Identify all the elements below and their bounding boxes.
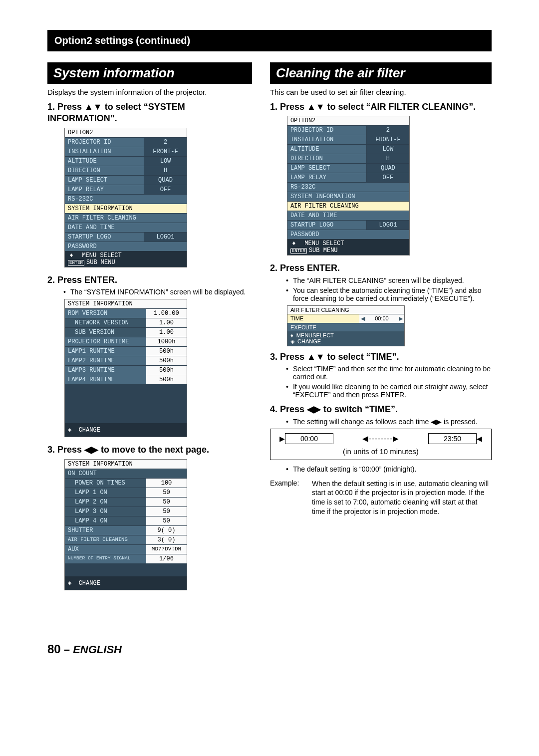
afc-execute: EXECUTE [287,323,404,331]
lr-icon: ◈ [68,580,71,587]
left-step1-heading: 1. Press ▲▼ to select “SYSTEM INFORMATIO… [47,101,252,125]
updown-icon: ♦ [290,240,297,247]
bullet-icon: • [286,286,293,294]
left-step3-heading: 3. Press ◀▶ to move to the next page. [47,444,252,456]
right-column: Cleaning the air filter This can be used… [270,62,492,597]
right-step4-heading: 4. Press ◀▶ to switch “TIME”. [270,404,492,415]
bullet-text: The setting will change as follows each … [293,418,478,426]
menu-row-label: INSTALLATION [65,147,144,156]
info-title: SYSTEM INFORMATION [65,460,187,469]
left-step2-heading: 2. Press ENTER. [47,274,252,286]
info-title: SYSTEM INFORMATION [65,299,187,308]
right-step2-heading: 2. Press ENTER. [270,262,492,274]
example-label: Example: [270,479,312,517]
info-row-label: ON COUNT [65,469,187,478]
section-header: Option2 settings (continued) [47,30,492,51]
menu-row-full: SYSTEM INFORMATION [287,192,409,201]
info-spacer [65,563,187,576]
menu-row-full: AIR FILTER CLEANING [65,214,187,223]
menu-row-value: OFF [144,185,187,194]
cycle-value-b: 23:50 [428,433,477,444]
info-row-label: LAMP 1 ON [65,488,146,497]
left-triangle-icon: ◀ [359,315,366,322]
menu-row-label: DIRECTION [287,154,366,163]
example-text: When the default setting is in use, auto… [312,479,492,517]
bullet-text: The “SYSTEM INFORMATION” screen will be … [70,288,246,296]
afc-time-label: TIME [287,314,359,323]
left-title: System information [47,62,252,84]
info-row-label: ROM VERSION [65,309,146,318]
menu-title: OPTION2 [287,116,409,125]
info-row-label: SHUTTER [65,526,146,535]
menu-row-value: FRONT-F [366,135,409,144]
info-row-value: 1/96 [146,554,187,563]
right-title: Cleaning the air filter [270,62,492,84]
menu-row-value: LOGO1 [144,233,187,242]
menu-row-full: RS-232C [65,195,187,204]
footer-language: ENGLISH [73,643,122,656]
info-row-value: 1000h [146,337,187,346]
time-cycle-box: ▶ 00:00 ◀--------▶ 23:50 ◀ (in units of … [270,429,492,460]
afc-footer-text: CHANGE [297,338,321,344]
arrow-left-icon: ◀ [477,435,482,443]
left-intro: Displays the system information of the p… [47,88,252,96]
menu-row-value: OFF [366,173,409,182]
menu-row-label: LAMP RELAY [65,185,144,194]
page-number: 80 [47,642,61,656]
info-row-value: 50 [146,507,187,516]
menu-row-full: DATE AND TIME [287,211,409,220]
right-step1-heading: 1. Press ▲▼ to select “AIR FILTER CLEANI… [270,101,492,113]
info-footer-text: CHANGE [79,580,100,587]
option2-menu-airfilter: OPTION2 PROJECTOR ID2 INSTALLATIONFRONT-… [287,116,410,255]
arrow-right-icon: ▶ [279,435,285,443]
info-row-label: AIR FILTER CLEANING [65,535,146,544]
afc-footer: ♦ MENUSELECT ◈ CHANGE [287,331,404,346]
menu-row-value: QUAD [144,176,187,185]
info-row-label: LAMP3 RUNTIME [65,366,146,375]
lr-icon: ◈ [290,338,294,344]
info-row-value: 500h [146,347,187,356]
bullet-text: The “AIR FILTER CLEANING” screen will be… [293,276,464,284]
page-footer: 80 – ENGLISH [47,642,492,656]
footer-separator: – [61,643,73,656]
menu-row-value: QUAD [366,164,409,173]
bullet-text: You can select the automatic cleaning ti… [293,286,492,302]
bullet-text: If you would like cleaning to be carried… [293,383,492,399]
info-row-value: MD77DV:DN [146,545,187,554]
menu-footer: ♦ MENU SELECT ENTERSUB MENU [287,239,409,255]
menu-row-value: LOW [144,157,187,166]
menu-row-full: PASSWORD [65,242,187,251]
option2-menu-sysinfo: OPTION2 PROJECTOR ID2 INSTALLATIONFRONT-… [64,128,187,267]
info-row-value: 50 [146,516,187,525]
info-row-value: 500h [146,356,187,365]
info-row-label: LAMP 2 ON [65,498,146,506]
cycle-caption: (in units of 10 minutes) [279,447,482,456]
menu-row-highlight: SYSTEM INFORMATION [65,204,187,213]
bullet-icon: • [286,383,293,391]
menu-row-value: 2 [366,126,409,135]
menu-row-label: STARTUP LOGO [65,233,144,242]
info-row-label: LAMP 3 ON [65,507,146,516]
menu-footer-text: MENU SELECT [82,252,121,259]
enter-badge-icon: ENTER [290,248,307,254]
cycle-arrows-icon: ◀--------▶ [333,434,428,443]
cycle-value-a: 00:00 [285,433,333,444]
afc-footer-text: MENUSELECT [296,332,334,338]
menu-row-value: H [144,166,187,175]
info-row-label: AUX [65,545,146,554]
info-row-value: 1.00 [146,328,187,337]
example-block: Example: When the default setting is in … [270,479,492,517]
updown-icon: ♦ [68,252,75,259]
menu-row-full: DATE AND TIME [65,223,187,232]
bullet-icon: • [286,365,293,373]
bullet-text: Select “TIME” and then set the time for … [293,365,492,381]
menu-footer-text: SUB MENU [86,259,115,266]
info-row-label: LAMP4 RUNTIME [65,375,146,384]
afc-time-value: ◀ 00:00 ▶ [359,314,404,323]
menu-row-label: INSTALLATION [287,135,366,144]
menu-row-highlight: AIR FILTER CLEANING [287,202,409,211]
info-row-label: LAMP2 RUNTIME [65,356,146,365]
info-row-value: 500h [146,366,187,375]
menu-row-value: 2 [144,138,187,147]
left-column: System information Displays the system i… [47,62,252,597]
